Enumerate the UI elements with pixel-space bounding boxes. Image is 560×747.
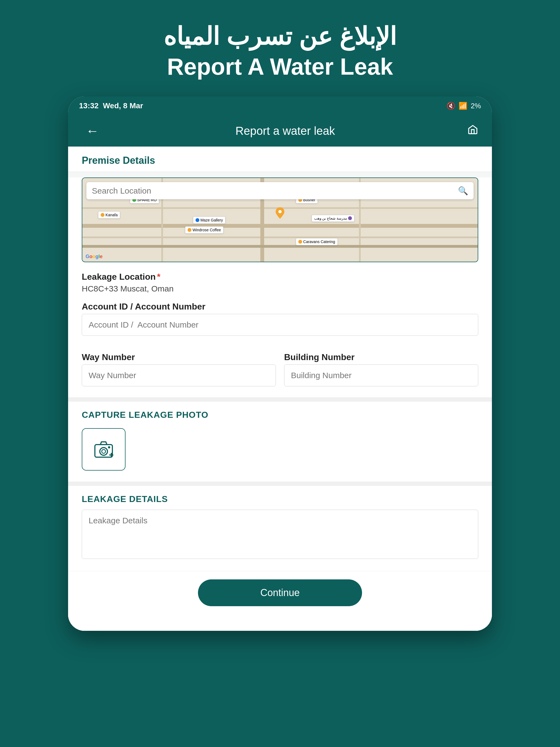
- leakage-location-field: Leakage Location* HC8C+33 Muscat, Oman: [82, 272, 478, 293]
- way-number-input[interactable]: [82, 364, 276, 386]
- home-button[interactable]: [467, 124, 478, 138]
- map-center-pin: [276, 207, 284, 220]
- leakage-details-title: LEAKAGE DETAILS: [82, 494, 478, 504]
- search-location-input[interactable]: [92, 186, 458, 196]
- capture-title: CAPTURE LEAKAGE PHOTO: [82, 410, 478, 420]
- way-number-label: Way Number: [82, 352, 276, 362]
- place-maze-gallery: Maze Gallery: [193, 216, 225, 224]
- signal-icon: 🔇: [447, 102, 455, 110]
- continue-button[interactable]: Continue: [198, 579, 362, 606]
- road-h3: [82, 236, 478, 238]
- svg-point-2: [100, 447, 107, 455]
- building-number-label: Building Number: [284, 352, 478, 362]
- continue-section: Continue: [68, 571, 492, 614]
- place-school: مدرسة شجاع بن وهب: [312, 215, 354, 222]
- battery-level: 2%: [470, 102, 481, 110]
- leakage-location-value: HC8C+33 Muscat, Oman: [82, 284, 478, 293]
- road-h4: [82, 245, 478, 248]
- capture-section: CAPTURE LEAKAGE PHOTO: [68, 402, 492, 482]
- building-number-field: Building Number: [284, 344, 478, 386]
- map-container[interactable]: SPARE RO Kanafa Maze Gallery Busher: [82, 177, 478, 262]
- account-id-field: Account ID / Account Number: [82, 302, 478, 336]
- arabic-title: الإبلاغ عن تسرب المياه: [163, 22, 397, 51]
- google-logo: Google: [85, 254, 103, 259]
- svg-point-0: [278, 210, 282, 213]
- account-id-input[interactable]: [82, 314, 478, 336]
- place-caravans: Caravans Catering: [296, 238, 338, 245]
- status-bar: 13:32 Wed, 8 Mar 🔇 📶 2%: [68, 97, 492, 115]
- svg-point-4: [108, 446, 110, 448]
- leakage-details-input[interactable]: [82, 510, 478, 559]
- content-area: Premise Details SPARE RO: [68, 147, 492, 631]
- form-area: SPARE RO Kanafa Maze Gallery Busher: [68, 177, 492, 397]
- leakage-details-section: LEAKAGE DETAILS: [68, 486, 492, 571]
- status-time-date: 13:32 Wed, 8 Mar: [79, 101, 143, 110]
- app-bar: ← Report a water leak: [68, 115, 492, 147]
- building-number-input[interactable]: [284, 364, 478, 386]
- camera-upload-button[interactable]: [82, 428, 126, 470]
- premise-details-title: Premise Details: [82, 155, 478, 166]
- divider-2: [68, 482, 492, 486]
- way-building-row: Way Number Building Number: [82, 344, 478, 386]
- leakage-location-label: Leakage Location*: [82, 272, 478, 282]
- divider-1: [68, 397, 492, 402]
- english-title: Report A Water Leak: [163, 53, 397, 80]
- place-kanafa: Kanafa: [98, 211, 120, 218]
- status-right: 🔇 📶 2%: [447, 102, 481, 110]
- way-number-field: Way Number: [82, 344, 276, 386]
- phone-frame: 13:32 Wed, 8 Mar 🔇 📶 2% ← Report a water…: [68, 97, 492, 631]
- premise-details-section: Premise Details: [68, 147, 492, 172]
- required-indicator: *: [157, 272, 160, 282]
- back-button[interactable]: ←: [82, 122, 103, 140]
- search-icon: 🔍: [458, 186, 468, 196]
- place-windrose: Windrose Coffee: [185, 226, 223, 233]
- app-bar-title: Report a water leak: [235, 124, 335, 137]
- bottom-bar: [68, 614, 492, 631]
- road-h1: [82, 224, 478, 228]
- wifi-icon: 📶: [459, 102, 467, 110]
- search-bar[interactable]: 🔍: [86, 182, 474, 199]
- account-id-label: Account ID / Account Number: [82, 302, 478, 312]
- svg-point-3: [102, 449, 105, 453]
